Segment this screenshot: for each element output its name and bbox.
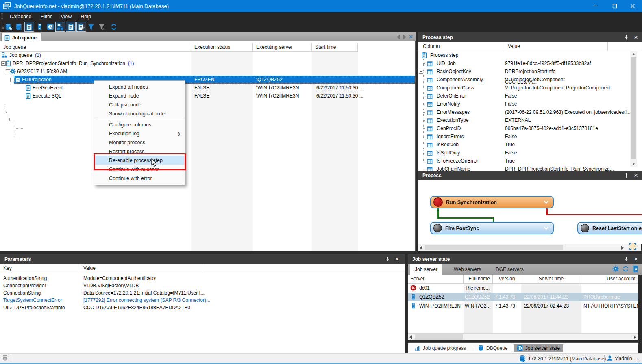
- chevron-down-icon[interactable]: [543, 225, 549, 231]
- process-step-row-errormessages[interactable]: ErrorMessages(2017-06-22 09:51:02.963) E…: [418, 108, 641, 116]
- toolbar-button-hierarchy[interactable]: [55, 22, 65, 32]
- tab-scroll-right-icon[interactable]: [403, 35, 406, 39]
- scroll-right-icon[interactable]: [621, 246, 624, 250]
- parameter-row-authenticationstring[interactable]: AuthenticationStringModule=ComponentAuth…: [0, 275, 405, 282]
- process-step-row-deferonerror[interactable]: DeferOnErrorFalse: [418, 92, 641, 100]
- maximize-button[interactable]: [605, 0, 624, 12]
- tab-job-server[interactable]: Job server: [410, 264, 442, 275]
- tree-row-dpr-dprprojectionstartinfo-run-synchronization[interactable]: −DPR_DPRProjectionStartInfo_Run_Synchron…: [0, 59, 416, 67]
- menu-database[interactable]: Database: [5, 12, 36, 21]
- column-header-key[interactable]: Key: [0, 264, 80, 273]
- process-step-scrollbar[interactable]: ▲ ▼: [630, 51, 637, 167]
- resize-grip[interactable]: [637, 358, 641, 362]
- process-scrollbar[interactable]: [418, 244, 641, 251]
- tab-job-queue[interactable]: Job queue: [1, 33, 41, 42]
- context-menu-item-expand-all-nodes[interactable]: Expand all nodes: [94, 82, 185, 91]
- menu-grip[interactable]: [1, 13, 3, 20]
- toolbar-button-server[interactable]: [35, 22, 45, 32]
- column-header-execution-status[interactable]: Execution status: [191, 43, 253, 52]
- status-connection[interactable]: 172.20.1.21\IM711 (Main Database): [519, 355, 606, 362]
- process-step-row-componentclass[interactable]: ComponentClassVI.Projector.JobComponent.…: [418, 84, 641, 92]
- process-step-row-basisobjectkey[interactable]: +BasisObjectKey DPRProjectionStartInfo C…: [418, 67, 641, 76]
- toolbar-button-clock[interactable]: [46, 22, 55, 32]
- toolbar-button-clipboard-wrench[interactable]: [76, 22, 86, 32]
- toolbar-button-filter[interactable]: [86, 22, 96, 32]
- column-header-column[interactable]: Column: [418, 42, 503, 51]
- server-row-win-i7o2iimre3n[interactable]: WIN-I7O2IIMRE3NWIN-I7O2...7.1.43.7322/06…: [408, 301, 638, 310]
- jobserver-gear-button[interactable]: [612, 265, 619, 272]
- process-step-row-issplitonly[interactable]: IsSplitOnlyFalse: [418, 149, 641, 157]
- column-header-server-time[interactable]: Server time: [521, 275, 581, 284]
- context-menu-item-expand-node[interactable]: Expand node: [94, 91, 185, 100]
- scroll-down-icon[interactable]: ▼: [630, 162, 637, 166]
- tree-row-fullprojection[interactable]: −FullProjectionFROZEN\Q1ZQBZ52: [0, 76, 416, 84]
- process-node-reset-laststart-on-error[interactable]: Reset LastStart on error: [577, 222, 642, 234]
- process-node-fire-postsync[interactable]: Fire PostSync: [430, 222, 554, 234]
- column-header-version[interactable]: Version: [493, 275, 521, 284]
- job-server-scrollbar[interactable]: [408, 333, 638, 340]
- toolbar-button-clipboard[interactable]: [66, 22, 76, 32]
- scroll-left-icon[interactable]: [420, 246, 422, 250]
- toolbar-button-refresh[interactable]: [109, 22, 119, 32]
- param-value[interactable]: [1777292] Error connecting system (SAP R…: [83, 297, 210, 303]
- parameter-row-uid-dprprojectionstartinfo[interactable]: UID_DPRProjectionStartInfoCCC-D16AA9E196…: [0, 304, 405, 311]
- pan-overview-icon[interactable]: [629, 243, 636, 250]
- tab-scroll-left-icon[interactable]: [397, 35, 400, 39]
- menu-view[interactable]: View: [56, 12, 76, 21]
- column-header-start-time[interactable]: Start time: [312, 43, 358, 52]
- toolbar-button-database-add[interactable]: [3, 22, 13, 32]
- parameter-row-targetsystemconnecterror[interactable]: TargetSystemConnectError[1777292] Error …: [0, 297, 405, 304]
- column-header-executing-server[interactable]: Executing server: [253, 43, 312, 52]
- pin-icon[interactable]: [622, 254, 631, 264]
- toolbar-button-filter-clear[interactable]: [97, 22, 107, 32]
- context-menu-item-show-chronological-order[interactable]: Show chronological order: [94, 109, 185, 118]
- context-menu-item-configure-columns[interactable]: Configure columns: [94, 120, 185, 129]
- column-header-server[interactable]: Server: [408, 275, 464, 284]
- tree-row-6-22-2017-11-50-30-am[interactable]: −6/22/2017 11:50:30 AM: [0, 67, 416, 76]
- context-menu-item-collapse-node[interactable]: Collapse node: [94, 100, 185, 109]
- toolbar-button-database-remove[interactable]: [14, 22, 24, 32]
- bottom-tab-dbqueue[interactable]: DBQueue: [474, 344, 511, 352]
- parameter-row-connectionprovider[interactable]: ConnectionProviderVI.DB.ViSqlFactory,VI.…: [0, 282, 405, 289]
- status-user[interactable]: viadmin: [607, 355, 632, 361]
- tab-dge-servers[interactable]: DGE servers: [491, 264, 529, 275]
- process-step-row-ignoreerrors[interactable]: IgnoreErrorsFalse: [418, 132, 641, 141]
- close-panel-icon[interactable]: ✕: [631, 254, 640, 264]
- expander-minus-icon[interactable]: −: [10, 78, 15, 82]
- pin-icon[interactable]: [622, 32, 631, 42]
- bottom-tab-job-queue-progress[interactable]: Job queue progress: [411, 344, 469, 352]
- scroll-left-icon[interactable]: [409, 335, 412, 339]
- process-step-row-istofreezeonerror[interactable]: IsToFreezeOnErrorTrue: [418, 157, 641, 165]
- tree-row-execute-sql[interactable]: Execute SQLFALSE\WIN-I7O2IIMRE3N6/22/201…: [0, 92, 416, 100]
- jobserver-journal-button[interactable]: [632, 265, 639, 272]
- tab-web-servers[interactable]: Web servers: [449, 264, 486, 275]
- scrollbar-thumb[interactable]: [415, 334, 463, 340]
- close-panel-icon[interactable]: ✕: [631, 171, 640, 180]
- chevron-down-icon[interactable]: [543, 199, 549, 205]
- scrollbar-thumb[interactable]: [425, 245, 563, 250]
- process-step-row-process-step[interactable]: Process step: [418, 51, 641, 59]
- bottom-tab-job-server-state[interactable]: Job server state: [514, 344, 563, 352]
- toolbar-button-clipboard[interactable]: [24, 22, 34, 32]
- process-step-row-uid-job[interactable]: UID_Job9791fe1e-8dcc-4925-8ff5-df19533b8…: [418, 59, 641, 67]
- menu-help[interactable]: Help: [76, 12, 96, 21]
- column-header-user-account[interactable]: User account: [581, 275, 638, 284]
- process-step-row-errornotify[interactable]: ErrorNotifyFalse: [418, 100, 641, 108]
- pin-icon[interactable]: [383, 254, 392, 264]
- process-node-run-synchronization[interactable]: Run Synchronization: [430, 196, 554, 208]
- server-row-dc01[interactable]: dc01The remo...: [408, 284, 638, 292]
- close-panel-icon[interactable]: ✕: [631, 32, 640, 42]
- process-step-row-jobchainname[interactable]: JobChainNameDPR_DPRProjectionStartInfo_R…: [418, 165, 641, 171]
- column-header-value[interactable]: Value: [503, 42, 608, 51]
- minimize-button[interactable]: [586, 0, 605, 12]
- jobserver-refresh-button[interactable]: [622, 265, 629, 272]
- column-header-full-name[interactable]: Full name: [464, 275, 493, 284]
- context-menu-item-monitor-process[interactable]: Monitor process: [94, 138, 185, 147]
- close-button[interactable]: [623, 0, 642, 12]
- column-header-job-queue[interactable]: Job queue: [0, 43, 191, 52]
- close-panel-icon[interactable]: ✕: [393, 254, 402, 264]
- process-step-row-isrootjob[interactable]: IsRootJobTrue: [418, 141, 641, 149]
- process-step-row-componentassembly[interactable]: ComponentAssemblyVI.Projector.JobCompone…: [418, 76, 641, 84]
- context-menu-item-execution-log[interactable]: Execution log❯: [94, 129, 185, 138]
- tree-row-job-queue[interactable]: Job queue(1): [0, 51, 416, 59]
